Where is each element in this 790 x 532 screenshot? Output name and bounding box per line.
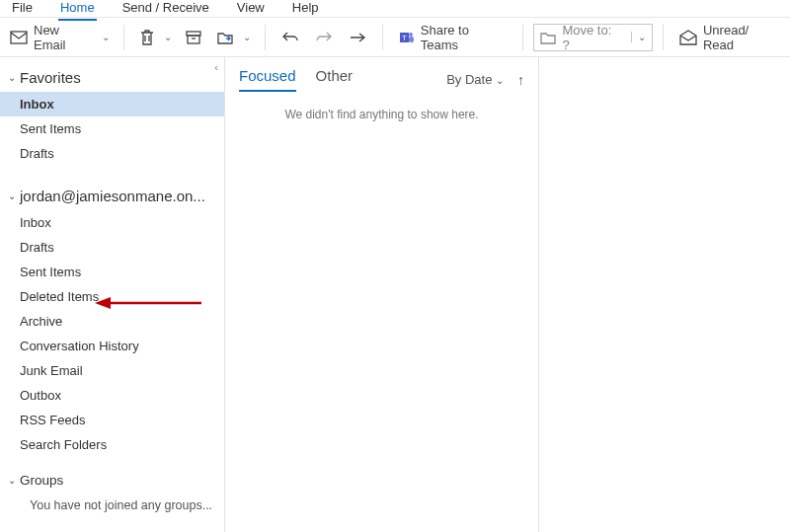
body: ‹ ⌄ Favorites Inbox Sent Items Drafts ⌄ … xyxy=(0,57,790,532)
account-section: ⌄ jordan@jamiesonmane.on... Inbox Drafts… xyxy=(0,176,224,457)
account-header[interactable]: ⌄ jordan@jamiesonmane.on... xyxy=(0,182,224,210)
tab-other[interactable]: Other xyxy=(316,67,354,92)
sidebar-item-sent[interactable]: Sent Items xyxy=(0,116,224,141)
unread-read-button[interactable]: Unread/ Read xyxy=(673,23,786,52)
envelope-open-icon xyxy=(679,30,697,45)
delete-button[interactable]: ⌄ xyxy=(134,23,176,52)
collapse-sidebar-button[interactable]: ‹ xyxy=(212,59,220,75)
share-teams-button[interactable]: T Share to Teams xyxy=(393,23,514,52)
sidebar-item-outbox[interactable]: Outbox xyxy=(0,383,224,408)
sidebar: ‹ ⌄ Favorites Inbox Sent Items Drafts ⌄ … xyxy=(0,57,225,532)
trash-icon xyxy=(134,23,160,52)
chevron-down-icon: ⌄ xyxy=(496,75,504,86)
reading-pane xyxy=(539,57,790,532)
sidebar-item-drafts[interactable]: Drafts xyxy=(0,235,224,260)
chevron-down-icon[interactable]: ⌄ xyxy=(160,32,176,42)
folder-move-icon xyxy=(211,23,239,52)
sidebar-item-rss[interactable]: RSS Feeds xyxy=(0,408,224,432)
new-email-label: New Email xyxy=(34,23,92,52)
unread-read-label: Unread/ Read xyxy=(703,23,780,52)
tab-home[interactable]: Home xyxy=(58,0,97,21)
list-header: Focused Other By Date ⌄ ↑ xyxy=(225,57,538,98)
chevron-down-icon[interactable]: ⌄ xyxy=(239,32,255,42)
favorites-section: ⌄ Favorites Inbox Sent Items Drafts xyxy=(0,57,224,166)
tab-focused[interactable]: Focused xyxy=(239,67,296,92)
archive-icon xyxy=(186,31,201,44)
svg-rect-0 xyxy=(11,32,27,43)
arrow-right-icon xyxy=(349,32,366,43)
favorites-header[interactable]: ⌄ Favorites xyxy=(0,63,224,92)
sidebar-item-drafts[interactable]: Drafts xyxy=(0,141,224,166)
archive-button[interactable] xyxy=(180,23,207,52)
sidebar-item-conversation-history[interactable]: Conversation History xyxy=(0,334,224,358)
chevron-down-icon[interactable]: ⌄ xyxy=(98,32,114,42)
tab-view[interactable]: View xyxy=(235,0,267,19)
sidebar-item-inbox[interactable]: Inbox xyxy=(0,92,224,116)
account-title: jordan@jamiesonmane.on... xyxy=(20,188,205,204)
empty-message: We didn't find anything to show here. xyxy=(225,98,538,121)
folder-icon xyxy=(540,31,556,44)
groups-header[interactable]: ⌄ Groups xyxy=(0,467,224,494)
new-email-button[interactable]: New Email ⌄ xyxy=(4,23,114,52)
chevron-down-icon: ⌄ xyxy=(8,190,16,201)
teams-icon: T xyxy=(399,30,415,45)
undo-icon xyxy=(281,31,299,44)
toolbar: New Email ⌄ ⌄ ⌄ T xyxy=(0,18,790,57)
message-list-pane: Focused Other By Date ⌄ ↑ We didn't find… xyxy=(225,57,539,532)
chevron-down-icon: ⌄ xyxy=(8,475,16,486)
sidebar-item-junk[interactable]: Junk Email xyxy=(0,358,224,383)
sort-dropdown[interactable]: By Date ⌄ xyxy=(446,72,504,87)
groups-title: Groups xyxy=(20,473,63,488)
tab-file[interactable]: File xyxy=(10,0,35,19)
favorites-title: Favorites xyxy=(20,69,81,86)
chevron-down-icon: ⌄ xyxy=(8,72,16,83)
focused-other-tabs: Focused Other xyxy=(239,67,353,92)
moveto-label: Move to: ? xyxy=(562,23,619,52)
moveto-dropdown[interactable]: Move to: ? ⌄ xyxy=(533,24,653,51)
undo-button[interactable] xyxy=(276,23,305,52)
move-button[interactable]: ⌄ xyxy=(211,23,255,52)
sort-label: By Date xyxy=(446,72,492,87)
mail-icon xyxy=(10,31,28,44)
svg-rect-6 xyxy=(409,37,414,42)
redo-button[interactable] xyxy=(309,23,339,52)
sidebar-item-inbox[interactable]: Inbox xyxy=(0,210,224,235)
forward-action-button[interactable] xyxy=(343,23,372,52)
svg-text:T: T xyxy=(402,34,407,42)
svg-point-5 xyxy=(409,33,413,37)
redo-icon xyxy=(315,31,333,44)
groups-empty-message: You have not joined any groups... xyxy=(0,494,224,517)
sidebar-item-archive[interactable]: Archive xyxy=(0,309,224,334)
groups-section: ⌄ Groups You have not joined any groups.… xyxy=(0,461,224,517)
ribbon-tabs: File Home Send / Receive View Help xyxy=(0,0,790,18)
tab-send-receive[interactable]: Send / Receive xyxy=(120,0,211,19)
tab-help[interactable]: Help xyxy=(290,0,321,19)
share-teams-label: Share to Teams xyxy=(421,23,508,52)
sidebar-item-search-folders[interactable]: Search Folders xyxy=(0,432,224,457)
sort-direction-button[interactable]: ↑ xyxy=(517,72,524,88)
chevron-down-icon[interactable]: ⌄ xyxy=(631,32,646,42)
sidebar-item-deleted[interactable]: Deleted Items xyxy=(0,284,224,309)
sidebar-item-sent[interactable]: Sent Items xyxy=(0,260,224,284)
svg-rect-2 xyxy=(188,36,199,43)
